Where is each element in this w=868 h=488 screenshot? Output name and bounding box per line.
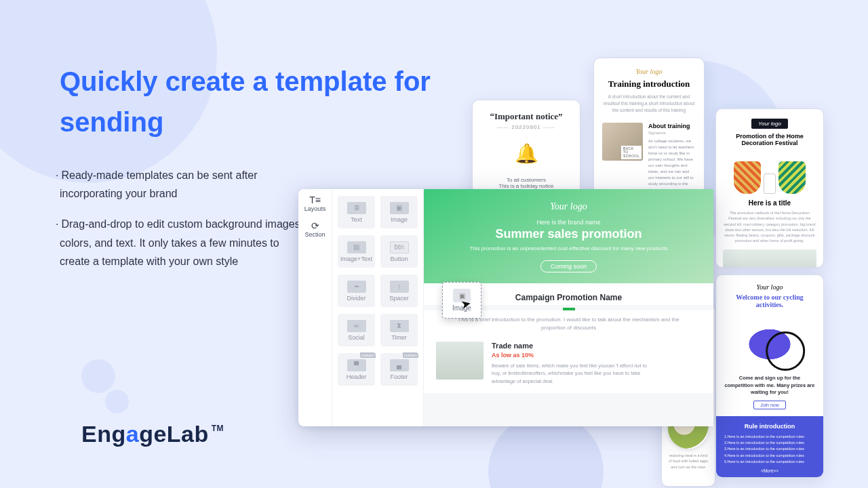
block-label: Button bbox=[390, 256, 408, 262]
training-heading: Training introduction bbox=[602, 79, 696, 89]
feature-item: Ready-made templates can be sent after i… bbox=[60, 166, 311, 203]
block-label: Social bbox=[348, 334, 365, 341]
your-logo-label: Your logo bbox=[724, 283, 815, 291]
training-intro: A short introduction about the content a… bbox=[602, 94, 696, 113]
rule-heading: Rule introduction bbox=[724, 423, 815, 430]
your-logo-label: Your logo bbox=[602, 68, 696, 75]
trade-name: Trade name bbox=[492, 342, 648, 350]
block-footer[interactable]: custom▄Footer bbox=[380, 353, 418, 386]
rule-item: 5.Here is an introduction to the competi… bbox=[724, 459, 815, 465]
image-text-icon: ▤ bbox=[347, 241, 366, 253]
page-headline: Quickly create a template for sending bbox=[60, 61, 439, 142]
trade-desc: Beware of sale items, which make you fee… bbox=[492, 362, 648, 385]
timer-icon: ⧗ bbox=[390, 320, 409, 332]
block-text[interactable]: ≣Text bbox=[338, 196, 375, 228]
block-button[interactable]: btnButton bbox=[380, 235, 418, 268]
block-timer[interactable]: ⧗Timer bbox=[380, 314, 418, 346]
deco-desc: The promotion methods of the Home Decora… bbox=[723, 210, 816, 244]
tab-label: Layouts bbox=[304, 205, 326, 212]
brand-tm: TM bbox=[212, 424, 224, 433]
cycle-welcome: Welcome to our cycling activities. bbox=[724, 293, 815, 308]
divider-icon: ━ bbox=[347, 281, 366, 293]
notice-title: “Important notice” bbox=[482, 111, 570, 122]
block-image[interactable]: ▣Image bbox=[380, 196, 418, 228]
block-social[interactable]: ∞Social bbox=[338, 314, 375, 346]
trade-row: Trade name As low as 10% Beware of sale … bbox=[424, 342, 713, 393]
text-icon: ≣ bbox=[347, 202, 366, 214]
block-label: Image+Text bbox=[340, 256, 372, 262]
bell-icon: 🔔 bbox=[482, 142, 570, 165]
about-heading: About training bbox=[648, 123, 696, 129]
rule-item: 1.Here is an introduction to the competi… bbox=[724, 434, 815, 440]
editor-sidetabs: T≡Layouts ⟳Section bbox=[298, 189, 332, 426]
header-icon: ▀ bbox=[347, 359, 366, 371]
rule-item: 3.Here is an introduction to the competi… bbox=[724, 446, 815, 452]
brand-post: geLab bbox=[139, 421, 209, 447]
hero-title: Summer sales promotion bbox=[437, 227, 700, 241]
rule-panel: Rule introduction 1.Here is an introduct… bbox=[716, 416, 823, 479]
notice-line: To all customers bbox=[482, 177, 570, 183]
notice-date: 20220801 bbox=[482, 124, 570, 130]
tab-layouts[interactable]: T≡Layouts bbox=[304, 195, 326, 212]
block-image-text[interactable]: ▤Image+Text bbox=[338, 235, 375, 268]
bg-circle bbox=[81, 359, 115, 393]
block-label: Timer bbox=[391, 334, 407, 341]
block-spacer[interactable]: ↕Spacer bbox=[380, 274, 418, 307]
template-card-decoration[interactable]: Your logo Promotion of the Home Decorati… bbox=[715, 108, 824, 268]
block-label: Footer bbox=[390, 373, 408, 380]
bg-circle bbox=[105, 390, 129, 413]
block-label: Text bbox=[351, 216, 362, 223]
hero-sub: Here is the brand name bbox=[437, 219, 700, 226]
notice-line: This is a holiday notice bbox=[482, 183, 570, 189]
block-header[interactable]: custom▀Header bbox=[338, 353, 375, 386]
footer-icon: ▄ bbox=[390, 359, 409, 371]
trade-image bbox=[436, 342, 484, 380]
rule-item: 2.Here is an introduction to the competi… bbox=[724, 440, 815, 446]
block-label: Divider bbox=[347, 295, 366, 302]
rule-item: 4.Here is an introduction to the competi… bbox=[724, 453, 815, 459]
deco-title: Here is a title bbox=[723, 199, 816, 207]
hero-section[interactable]: Your logo Here is the brand name Summer … bbox=[424, 189, 713, 283]
training-paragraph: As college students, we don't need to le… bbox=[648, 138, 696, 193]
more-link[interactable]: <More>> bbox=[724, 468, 815, 473]
tab-label: Section bbox=[304, 231, 325, 238]
join-now-button[interactable]: Join now bbox=[753, 401, 786, 409]
deco-room-image bbox=[723, 249, 816, 268]
section-icon: ⟳ bbox=[304, 220, 325, 231]
deco-heading: Promotion of the Home Decoration Festiva… bbox=[723, 133, 816, 146]
brand-pre: Eng bbox=[81, 421, 126, 447]
training-image bbox=[602, 123, 643, 161]
template-editor: T≡Layouts ⟳Section ≣Text ▣Image ▤Image+T… bbox=[298, 189, 713, 426]
custom-tag: custom bbox=[360, 352, 376, 358]
cycle-illustration bbox=[724, 315, 815, 368]
layouts-icon: T≡ bbox=[304, 195, 326, 205]
image-icon: ▣ bbox=[390, 202, 409, 214]
brand-accent: a bbox=[126, 421, 139, 447]
deco-image bbox=[723, 152, 816, 194]
custom-tag: custom bbox=[403, 352, 418, 358]
hero-cta-button[interactable]: Coming soon bbox=[540, 260, 597, 272]
button-icon: btn bbox=[390, 241, 409, 253]
your-logo-badge: Your logo bbox=[751, 119, 788, 129]
block-label: Header bbox=[347, 373, 367, 380]
trade-price: As low as 10% bbox=[492, 352, 648, 359]
block-label: Spacer bbox=[389, 295, 409, 302]
hero-desc: This promotion is an unprecedented cost-… bbox=[437, 245, 700, 252]
template-card-cycling[interactable]: Your logo Welcome to our cycling activit… bbox=[715, 274, 824, 478]
hero-logo: Your logo bbox=[437, 201, 700, 212]
diet-desc: reducing meal is a kind of food with boi… bbox=[667, 453, 709, 470]
feature-item: Drag-and-drop to edit custom background … bbox=[60, 215, 311, 270]
spacer-icon: ↕ bbox=[390, 281, 409, 293]
brand-logo: EngageLabTM bbox=[81, 421, 224, 447]
block-palette: ≣Text ▣Image ▤Image+Text btnButton ━Divi… bbox=[332, 189, 423, 426]
cycle-cta-text: Come and sign up for the competition wit… bbox=[724, 375, 815, 396]
feature-list: Ready-made templates can be sent after i… bbox=[60, 166, 311, 283]
tab-section[interactable]: ⟳Section bbox=[304, 220, 325, 238]
signature-label: Signature bbox=[648, 131, 696, 135]
social-icon: ∞ bbox=[347, 320, 366, 332]
block-divider[interactable]: ━Divider bbox=[338, 274, 375, 307]
block-label: Image bbox=[391, 216, 408, 223]
